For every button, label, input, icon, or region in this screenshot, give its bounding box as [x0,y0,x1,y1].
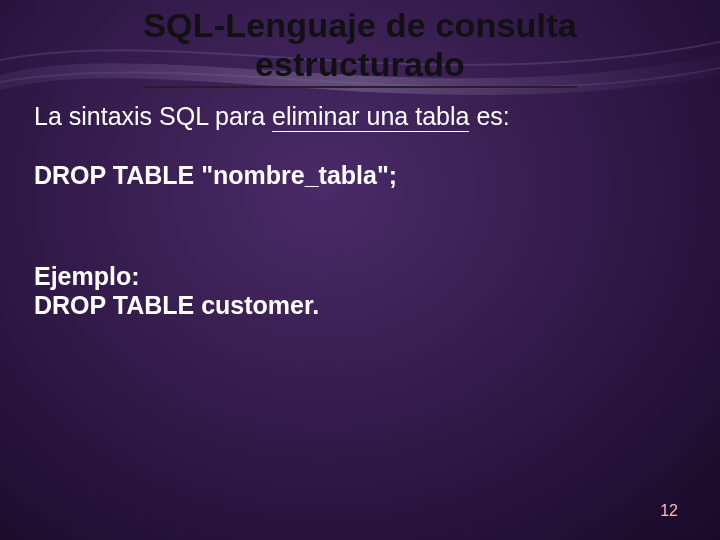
intro-suffix: es: [469,102,509,130]
slide-title-wrap: SQL-Lenguaje de consulta estructurado [0,0,720,88]
example-code: DROP TABLE customer. [34,291,686,320]
page-number: 12 [660,502,678,520]
syntax-line: DROP TABLE "nombre_tabla"; [34,161,686,190]
slide-content: La sintaxis SQL para eliminar una tabla … [0,88,720,320]
intro-line: La sintaxis SQL para eliminar una tabla … [34,102,686,131]
intro-underlined: eliminar una tabla [272,102,469,132]
example-label: Ejemplo: [34,262,686,291]
intro-prefix: La sintaxis SQL para [34,102,272,130]
title-line-1: SQL-Lenguaje de consulta [143,6,577,44]
slide-title: SQL-Lenguaje de consulta estructurado [143,6,577,88]
title-line-2: estructurado [255,45,465,83]
